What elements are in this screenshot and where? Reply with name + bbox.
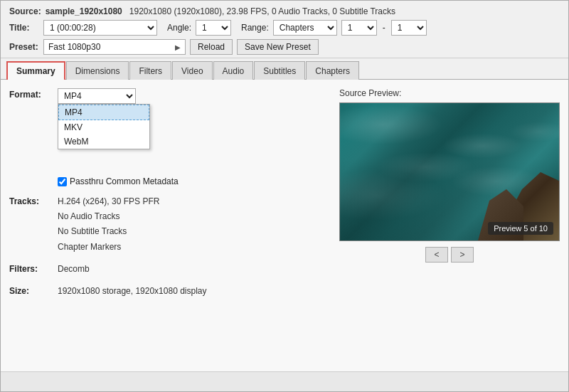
format-select[interactable]: MP4 MKV WebM [58, 88, 136, 104]
track-item-2: No Subtitle Tracks [58, 225, 159, 238]
reload-button[interactable]: Reload [190, 39, 233, 55]
title-row: Title: 1 (00:00:28) Angle: 1 Range: Chap… [9, 20, 560, 36]
size-row: Size: 1920x1080 storage, 1920x1080 displ… [9, 285, 328, 298]
format-label: Format: [9, 88, 52, 100]
range-label: Range: [241, 23, 269, 33]
size-content: 1920x1080 storage, 1920x1080 display [58, 285, 207, 298]
preset-row: Preset: Fast 1080p30 ▶ Reload Save New P… [9, 39, 560, 55]
metadata-row: Passthru Common Metadata [58, 176, 179, 186]
source-details-text: 1920x1080 (1920x1080), 23.98 FPS, 0 Audi… [129, 6, 395, 16]
format-content: MP4 MKV WebM MP4 MKV WebM Passthru Commo… [58, 88, 179, 186]
preset-label: Preset: [9, 42, 39, 52]
preset-arrow-icon: ▶ [175, 43, 181, 51]
track-item-0: H.264 (x264), 30 FPS PFR [58, 195, 159, 208]
angle-select[interactable]: 1 [196, 20, 231, 36]
size-value: 1920x1080 storage, 1920x1080 display [58, 285, 207, 298]
tracks-row: Tracks: H.264 (x264), 30 FPS PFR No Audi… [9, 195, 328, 254]
format-dropdown-popup: MP4 MKV WebM [58, 104, 150, 149]
range-dash: - [381, 23, 387, 33]
range-end-select[interactable]: 1 [391, 20, 427, 36]
tab-video[interactable]: Video [172, 61, 212, 80]
bottom-bar [1, 371, 568, 391]
tab-subtitles[interactable]: Subtitles [254, 61, 305, 80]
track-item-1: No Audio Tracks [58, 210, 159, 223]
title-label: Title: [9, 23, 39, 33]
range-start-select[interactable]: 1 [341, 20, 377, 36]
preset-value: Fast 1080p30 [48, 42, 100, 52]
track-item-3: Chapter Markers [58, 240, 159, 254]
right-panel: Source Preview: Preview 5 of 10 < > [339, 88, 560, 363]
preset-field[interactable]: Fast 1080p30 ▶ [43, 39, 186, 55]
save-new-preset-button[interactable]: Save New Preset [237, 39, 319, 55]
tracks-label: Tracks: [9, 195, 52, 206]
range-select[interactable]: Chapters Frames Seconds [273, 20, 337, 36]
toolbar: Source: sample_1920x1080 1920x1080 (1920… [1, 1, 568, 58]
format-option-mkv[interactable]: MKV [58, 120, 149, 134]
tracks-content: H.264 (x264), 30 FPS PFR No Audio Tracks… [58, 195, 159, 254]
filters-section-label: Filters: [9, 263, 52, 274]
source-details [124, 6, 127, 16]
preview-controls: < > [339, 247, 560, 263]
title-select[interactable]: 1 (00:00:28) [43, 20, 157, 36]
size-label: Size: [9, 285, 52, 296]
preview-next-button[interactable]: > [451, 247, 474, 263]
left-panel: Format: MP4 MKV WebM MP4 MKV WebM [9, 88, 328, 363]
format-option-mp4[interactable]: MP4 [58, 105, 149, 120]
preview-badge: Preview 5 of 10 [488, 222, 553, 235]
metadata-checkbox[interactable] [58, 177, 67, 186]
angle-label: Angle: [167, 23, 191, 33]
tab-filters[interactable]: Filters [129, 61, 171, 80]
tab-summary[interactable]: Summary [6, 61, 65, 80]
tabs-bar: Summary Dimensions Filters Video Audio S… [1, 61, 568, 80]
tab-chapters[interactable]: Chapters [306, 61, 359, 80]
preview-label: Source Preview: [339, 88, 560, 98]
source-label: Source: [9, 6, 41, 16]
source-row: Source: sample_1920x1080 1920x1080 (1920… [9, 6, 560, 16]
preview-prev-button[interactable]: < [425, 247, 448, 263]
format-select-row: MP4 MKV WebM [58, 88, 179, 104]
preview-image: Preview 5 of 10 [339, 102, 560, 241]
source-filename: sample_1920x1080 [46, 6, 122, 16]
filters-row: Filters: Decomb [9, 263, 328, 276]
tab-dimensions[interactable]: Dimensions [66, 61, 129, 80]
format-option-webm[interactable]: WebM [58, 134, 149, 149]
filters-value: Decomb [58, 263, 90, 276]
tab-audio[interactable]: Audio [213, 61, 254, 80]
format-row: Format: MP4 MKV WebM MP4 MKV WebM [9, 88, 328, 186]
filters-content: Decomb [58, 263, 90, 276]
main-content: Format: MP4 MKV WebM MP4 MKV WebM [1, 80, 568, 371]
app-window: Source: sample_1920x1080 1920x1080 (1920… [0, 0, 569, 392]
metadata-label: Passthru Common Metadata [70, 176, 179, 186]
